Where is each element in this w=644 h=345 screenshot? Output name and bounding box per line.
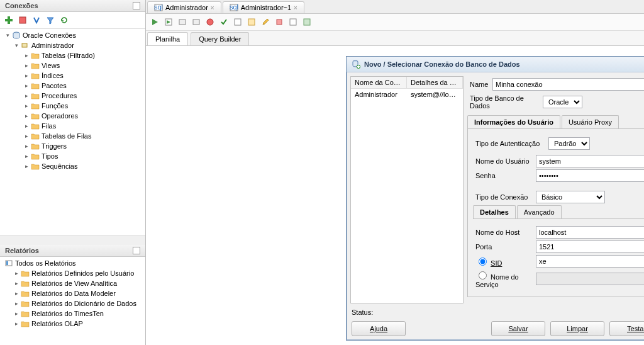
clear-button[interactable]: Limpar bbox=[550, 321, 604, 336]
tree-node[interactable]: ▸Views bbox=[1, 60, 145, 71]
connections-tree[interactable]: ▾Oracle Conexões ▾Administrador ▸Tabelas… bbox=[0, 29, 145, 235]
document-tabs: sqlAdministrador× sqlAdministrador~1× bbox=[146, 0, 644, 14]
report-node[interactable]: ▸Relatórios do TimesTen bbox=[1, 308, 145, 319]
panel-minimize-icon[interactable] bbox=[133, 2, 140, 9]
tree-node[interactable]: ▸Tabelas (Filtrado) bbox=[1, 50, 145, 60]
tree-node[interactable]: ▸Tipos bbox=[1, 151, 145, 161]
save-button[interactable]: Salvar bbox=[491, 321, 545, 336]
tab-query-builder[interactable]: Query Builder bbox=[191, 32, 249, 45]
sql-icon: sql bbox=[154, 4, 163, 11]
clear-button[interactable] bbox=[273, 16, 286, 28]
folder-icon bbox=[20, 299, 30, 308]
connection-dialog: Novo / Selecionar Conexão do Banco de Da… bbox=[346, 56, 644, 341]
worksheet-tabs: Planilha Query Builder bbox=[146, 31, 644, 46]
tree-node[interactable]: ▸Pacotes bbox=[1, 81, 145, 91]
svg-text:sql: sql bbox=[230, 4, 238, 11]
connection-row[interactable]: Administradorsystem@//localh... bbox=[351, 89, 463, 100]
tool-button[interactable] bbox=[190, 16, 203, 28]
host-label: Nome do Host bbox=[473, 229, 536, 236]
sid-radio[interactable]: SID bbox=[473, 256, 536, 267]
panel-minimize-icon[interactable] bbox=[133, 247, 140, 254]
tree-node[interactable]: ▸Triggers bbox=[1, 141, 145, 151]
help-button[interactable]: Ajuda bbox=[352, 321, 406, 336]
tree-node[interactable]: ▸Operadores bbox=[1, 111, 145, 121]
run-script-button[interactable] bbox=[162, 16, 175, 28]
username-input[interactable] bbox=[536, 155, 644, 167]
connection-name-input[interactable] bbox=[492, 78, 644, 91]
connection-list[interactable]: Nome da ConexãoDetalhes da Con... Admini… bbox=[350, 76, 464, 303]
run-button[interactable] bbox=[148, 16, 161, 28]
tree-node[interactable]: ▸Sequências bbox=[1, 161, 145, 171]
status-label: Status: bbox=[347, 307, 644, 317]
svg-rect-15 bbox=[235, 19, 241, 25]
sid-input[interactable] bbox=[536, 255, 644, 268]
tool-button[interactable] bbox=[231, 16, 244, 28]
tool-button[interactable] bbox=[301, 16, 313, 28]
close-icon[interactable]: × bbox=[211, 4, 214, 11]
folder-icon bbox=[30, 51, 40, 60]
report-node[interactable]: ▸Relatórios Definidos pelo Usuário bbox=[1, 268, 145, 278]
tree-root[interactable]: ▾Oracle Conexões bbox=[1, 30, 145, 40]
tool-button[interactable] bbox=[287, 16, 299, 28]
report-node[interactable]: ▸Relatórios OLAP bbox=[1, 319, 145, 329]
folder-icon bbox=[30, 61, 40, 70]
svg-rect-2 bbox=[19, 17, 26, 23]
test-button[interactable]: Testar bbox=[609, 321, 644, 336]
password-input[interactable] bbox=[536, 169, 644, 182]
folder-icon bbox=[20, 319, 30, 328]
svg-rect-18 bbox=[290, 19, 296, 25]
reports-root[interactable]: Todos os Relatórios bbox=[1, 258, 145, 268]
close-icon[interactable]: × bbox=[294, 4, 297, 11]
tool-button[interactable] bbox=[16, 14, 29, 26]
report-node[interactable]: ▸Relatórios do Data Modeler bbox=[1, 288, 145, 298]
tool-button[interactable] bbox=[30, 14, 43, 26]
svg-rect-13 bbox=[193, 20, 199, 25]
dbtype-select[interactable]: Oracle bbox=[543, 96, 582, 108]
h-scrollbar[interactable] bbox=[0, 235, 145, 245]
tool-button[interactable] bbox=[245, 16, 258, 28]
tree-node[interactable]: ▸Filas bbox=[1, 121, 145, 131]
folder-icon bbox=[30, 81, 40, 90]
tool-button[interactable] bbox=[204, 16, 216, 28]
tab-advanced[interactable]: Avançado bbox=[517, 205, 562, 218]
svg-rect-23 bbox=[357, 66, 360, 67]
tab-user-info[interactable]: Informações do Usuário bbox=[467, 115, 560, 128]
svg-rect-16 bbox=[248, 19, 255, 25]
port-input[interactable] bbox=[536, 240, 644, 253]
auth-select[interactable]: Padrão bbox=[548, 137, 590, 150]
col-details[interactable]: Detalhes da Con... bbox=[407, 77, 463, 88]
conntype-label: Tipo de Conexão bbox=[473, 193, 536, 201]
new-connection-button[interactable] bbox=[3, 14, 15, 26]
tab-proxy-user[interactable]: Usuário Proxy bbox=[562, 115, 619, 128]
svg-rect-6 bbox=[6, 261, 8, 265]
folder-icon bbox=[30, 152, 40, 161]
user-label: Nome do Usuário bbox=[473, 157, 536, 165]
conntype-select[interactable]: Básico bbox=[536, 191, 605, 203]
tree-node[interactable]: ▸Funções bbox=[1, 101, 145, 111]
dialog-title: Novo / Selecionar Conexão do Banco de Da… bbox=[364, 60, 520, 68]
edit-button[interactable] bbox=[259, 16, 272, 28]
doc-tab-1[interactable]: sqlAdministrador× bbox=[147, 1, 221, 13]
commit-button[interactable] bbox=[218, 16, 230, 28]
tab-worksheet[interactable]: Planilha bbox=[147, 32, 188, 45]
tree-connection[interactable]: ▾Administrador bbox=[1, 40, 145, 50]
auth-label: Tipo de Autenticação bbox=[473, 140, 548, 147]
filter-button[interactable] bbox=[44, 14, 57, 26]
tree-node[interactable]: ▸Tabelas de Filas bbox=[1, 131, 145, 141]
tree-node[interactable]: ▸Índices bbox=[1, 71, 145, 81]
report-node[interactable]: ▸Relatórios do Dicionário de Dados bbox=[1, 298, 145, 308]
tab-details[interactable]: Detalhes bbox=[473, 205, 516, 218]
host-input[interactable] bbox=[536, 226, 644, 239]
service-radio[interactable]: Nome do Serviço bbox=[473, 269, 536, 288]
folder-icon bbox=[30, 142, 40, 150]
main-toolbar bbox=[146, 14, 644, 31]
tree-node[interactable]: ▸Procedures bbox=[1, 91, 145, 101]
refresh-button[interactable] bbox=[58, 14, 70, 26]
pwd-label: Senha bbox=[473, 172, 536, 179]
tool-button[interactable] bbox=[176, 16, 189, 28]
reports-tree[interactable]: Todos os Relatórios ▸Relatórios Definido… bbox=[0, 257, 145, 345]
db-icon bbox=[11, 31, 21, 40]
col-name[interactable]: Nome da Conexão bbox=[351, 77, 407, 88]
doc-tab-2[interactable]: sqlAdministrador~1× bbox=[223, 1, 304, 13]
report-node[interactable]: ▸Relatórios de View Analítica bbox=[1, 278, 145, 288]
